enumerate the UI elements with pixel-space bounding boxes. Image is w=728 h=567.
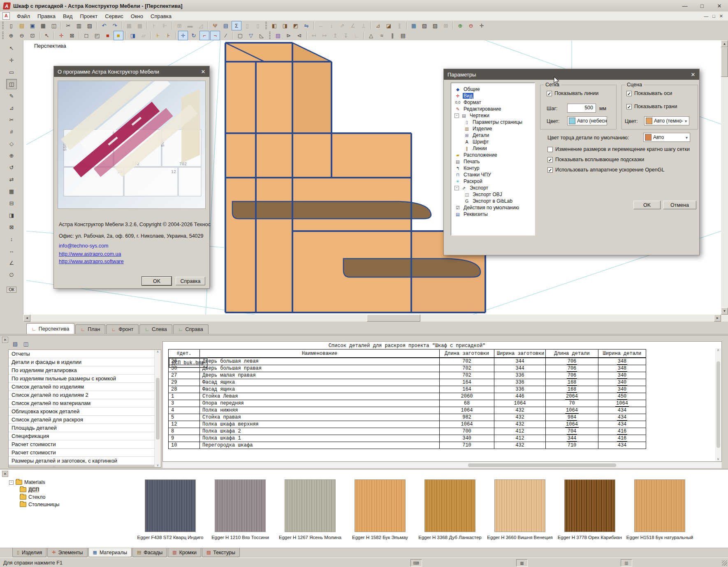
- print-button[interactable]: ▦: [38, 21, 48, 30]
- curve-tool-button[interactable]: ≈: [377, 31, 387, 40]
- face-color-select[interactable]: Авто ▾: [643, 133, 690, 142]
- resize-v-tool-button[interactable]: ↕: [6, 234, 17, 244]
- show-faces-option[interactable]: ✓ Показывать грани: [626, 104, 677, 109]
- select-tool-button[interactable]: ↖: [6, 43, 17, 53]
- show-lines-checkbox[interactable]: ✓: [547, 91, 552, 96]
- library-tab-2[interactable]: ▦Материалы: [88, 548, 132, 557]
- table-row[interactable]: 30Дверь большая правая702344706348: [169, 365, 646, 372]
- add-tool-button[interactable]: ⊕: [6, 150, 17, 161]
- report-item-12[interactable]: Расчет стоимости: [9, 449, 161, 457]
- menu-item-0[interactable]: Файл: [13, 12, 34, 20]
- option-checkbox[interactable]: ✓: [547, 157, 553, 162]
- library-tab-5[interactable]: ▨Текстуры: [202, 548, 240, 557]
- tree-item-6[interactable]: ▥Изделие: [451, 125, 535, 132]
- scroll-up-icon[interactable]: ▲: [721, 40, 728, 47]
- table-scroll-down-icon[interactable]: ∨: [717, 457, 719, 461]
- mdi-document-icon[interactable]: A: [2, 12, 10, 20]
- rotate-tool-button[interactable]: ↺: [6, 162, 17, 173]
- materials-panel-close-icon[interactable]: ✕: [2, 471, 8, 477]
- layers-tool-button[interactable]: ▤: [398, 31, 408, 40]
- hscroll-thumb[interactable]: [367, 315, 420, 322]
- zoom-window-button[interactable]: ⊕: [6, 31, 16, 40]
- tree-item-1[interactable]: ✛Вид: [451, 93, 535, 99]
- table-vscrollbar[interactable]: ∧ ∨: [715, 348, 721, 461]
- option-checkbox[interactable]: ✓: [547, 167, 553, 173]
- dim-line-v-button[interactable]: ¬: [210, 31, 220, 40]
- cut-tool-button[interactable]: ✂: [6, 115, 17, 125]
- report-item-13[interactable]: Размеры деталей и заготовок, с картинкой: [9, 457, 161, 465]
- report-item-2[interactable]: По изделиям деталировка: [9, 366, 161, 375]
- option-row-0[interactable]: Изменение размеров и перемещение кратно …: [547, 145, 690, 153]
- mdi-restore-button[interactable]: □: [712, 14, 715, 19]
- minimize-button[interactable]: —: [676, 0, 693, 12]
- resize-grip[interactable]: [722, 560, 727, 566]
- filter-button[interactable]: ▽: [246, 31, 256, 40]
- materials-root[interactable]: −Materials: [9, 479, 60, 486]
- erase-region-button[interactable]: ⊠: [67, 31, 77, 40]
- columns-tool-button[interactable]: ∥: [387, 31, 397, 40]
- hole-tool-button[interactable]: ∅: [6, 270, 17, 280]
- show-axes-checkbox[interactable]: ✓: [626, 91, 632, 96]
- tree-item-2[interactable]: 0,0Формат: [451, 99, 535, 106]
- blue-panel-button[interactable]: ◨: [128, 31, 138, 40]
- scene-color-select[interactable]: Авто (темно- ▾: [644, 116, 689, 125]
- spec-list-button[interactable]: ▤: [221, 21, 231, 30]
- view-tab-1[interactable]: ∟План: [75, 324, 105, 334]
- parameters-ok-button[interactable]: OK: [633, 201, 661, 209]
- maximize-button[interactable]: □: [693, 0, 711, 12]
- vscroll-thumb[interactable]: [721, 47, 728, 77]
- expander-icon[interactable]: −: [454, 186, 459, 190]
- grid-color-select[interactable]: Авто (небесн ▾: [567, 116, 607, 125]
- triangle-tool-button[interactable]: ⊿: [6, 103, 17, 113]
- import-model-button[interactable]: ⊳: [284, 31, 294, 40]
- show-faces-checkbox[interactable]: ✓: [626, 104, 632, 109]
- tree-item-8[interactable]: AШрифт: [451, 139, 535, 145]
- material-swatch-2[interactable]: Egger H 1267 Ясень Молина: [276, 479, 345, 540]
- section-a-button[interactable]: ▧: [420, 21, 429, 30]
- tree-item-14[interactable]: ✳Раскрой: [451, 178, 535, 185]
- bolt-brown-button[interactable]: ⊦: [164, 31, 174, 40]
- about-link-2[interactable]: http://www.astrapro.software: [59, 259, 124, 264]
- scroll-right-icon[interactable]: ►: [714, 315, 721, 322]
- report-item-8[interactable]: Список деталей для раскроя: [9, 416, 161, 424]
- table-row[interactable]: 1Стойка Левая20604462064450: [169, 393, 646, 400]
- export-model-button[interactable]: ⊲: [294, 31, 304, 40]
- report-item-9[interactable]: Площадь деталей: [9, 424, 161, 432]
- materials-folder-1[interactable]: Стекло: [9, 493, 60, 501]
- option-row-2[interactable]: ✓Использовать аппаратное ускорение OpenG…: [547, 166, 690, 174]
- table-row[interactable]: 5Стойка правая982432984434: [169, 414, 646, 421]
- about-email[interactable]: info@techno-sys.com: [59, 243, 108, 249]
- cube-corner-button[interactable]: ◩: [291, 21, 301, 30]
- cut-button[interactable]: ✂: [63, 21, 73, 30]
- material-swatch-6[interactable]: Egger H 3778 Орех Карибиан: [555, 479, 624, 540]
- option-checkbox[interactable]: [547, 147, 553, 152]
- cube-left-button[interactable]: ◧: [269, 21, 279, 30]
- parameters-dialog-titlebar[interactable]: Параметры ✕: [444, 69, 699, 80]
- material-swatch-0[interactable]: Egger F438 ST2 Кварц Индиго: [136, 479, 205, 540]
- view-tab-2[interactable]: ∟Фронт: [106, 324, 139, 334]
- close-button[interactable]: ✕: [711, 0, 728, 12]
- tree-item-3[interactable]: ✎Редактирование: [451, 106, 535, 112]
- list-scroll-down-icon[interactable]: ∨: [157, 463, 159, 467]
- print-preview-button[interactable]: ◫: [49, 21, 59, 30]
- material-swatch-5[interactable]: Egger H 3660 Вишня Венеция: [485, 479, 554, 540]
- show-lines-option[interactable]: ✓ Показывать линии: [547, 90, 598, 96]
- angle-tool-button[interactable]: ∠: [6, 258, 17, 268]
- about-ok-button[interactable]: OK: [142, 277, 172, 285]
- delete-tool-button[interactable]: ⊠: [6, 222, 17, 232]
- hatch-pattern-button[interactable]: ▨: [273, 31, 283, 40]
- report-item-4[interactable]: Список деталей по изделиям: [9, 383, 161, 391]
- redo-button[interactable]: ↷: [110, 21, 120, 30]
- material-swatch-4[interactable]: Egger H 3368 Дуб Ланкастер: [415, 479, 485, 540]
- section-b-button[interactable]: ▨: [430, 21, 440, 30]
- table-row[interactable]: 9Полка шкафа 1340412344416: [169, 435, 646, 442]
- trim-line-button[interactable]: ∕: [221, 31, 231, 40]
- viewport-hscrollbar[interactable]: ◄ ►: [23, 315, 721, 322]
- table-row[interactable]: 26Дверь большая левая702344706348: [169, 358, 646, 365]
- parameters-cancel-button[interactable]: Отмена: [663, 201, 696, 209]
- fill-tool-button[interactable]: ▦: [6, 186, 17, 197]
- table-row[interactable]: 27Дверь малая правая702336706340: [169, 372, 646, 379]
- table-row[interactable]: 3Опора передняя681064701064: [169, 400, 646, 407]
- materials-folder-2[interactable]: Столешницы: [9, 501, 60, 508]
- axes-toggle-button[interactable]: ✛: [178, 31, 188, 40]
